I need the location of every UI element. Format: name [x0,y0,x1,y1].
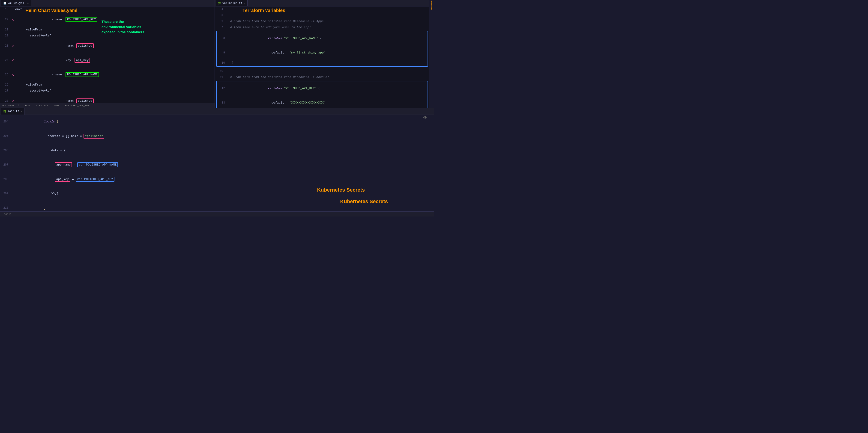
line-content-r9: default = "my_first_shiny_app" [232,46,425,60]
block-app-name: 8 variable "POLISHED_APP_NAME" { 9 [216,31,428,67]
code-line-19: 19 env: [0,6,215,12]
line-num-b209: 209 [0,192,11,196]
bottom-code-content[interactable]: 204 locals { 205 secrets = [{ name = [0,115,434,212]
line-content-20: - name: POLISHED_API_KEY [15,12,212,27]
left-code-content[interactable]: 19 env: 20 - name: POLISHED_API_KEY [0,6,215,103]
code-line-25: 25 - name: POLISHED_APP_NAME [0,68,215,82]
line-num-r13: 13 [217,101,228,105]
line-num-b206: 206 [0,148,11,153]
code-line-r4: 4 [215,6,429,12]
gutter-20 [11,19,15,21]
gutter-dot-28 [12,100,14,102]
code-line-20: 20 - name: POLISHED_API_KEY [0,12,215,27]
tab-variables-tf[interactable]: 🌿 variables.tf ✕ [216,0,248,6]
line-num-r12: 12 [217,86,228,91]
line-content-27: secretKeyRef: [15,89,212,93]
right-code-content[interactable]: 4 5 6 [215,6,429,108]
code-line-b210: 210 } [0,201,434,211]
line-num-b204: 204 [0,120,11,124]
tab-label-variables: variables.tf [222,2,242,5]
tab-values-yaml[interactable]: 📄 values.yaml ✕ [1,0,31,6]
line-content-r13: default = "XXXXXXXXXXXXXXXXXX" [232,96,425,108]
line-num-b210: 210 [0,206,11,210]
code-line-r5: 5 [215,12,429,19]
line-num-b205: 205 [0,134,11,138]
code-line-24: 24 key: api_key [0,53,215,68]
line-content-b210: } [15,201,432,211]
gutter-dot-25 [12,74,14,76]
left-editor-pane: 📄 values.yaml ✕ Helm Chart values.yaml T… [0,0,215,108]
line-num-r10: 10 [217,61,228,65]
tab-close-main[interactable]: ✕ [21,110,22,113]
code-line-b205: 205 secrets = [{ name = "polished" [0,129,434,143]
line-num-19: 19 [0,7,11,11]
bottom-editor: 🌿 main.tf ✕ Kubernetes Secrets 👁 204 [0,108,434,217]
line-num-25: 25 [0,73,11,77]
code-line-26: 26 valueFrom: [0,82,215,88]
line-content-r12: variable "POLISHED_API_KEY" { [232,81,425,96]
line-num-b208: 208 [0,177,11,182]
terraform-icon: 🌿 [218,2,221,5]
tab-close-variables[interactable]: ✕ [244,2,245,5]
right-editor-pane: 🌿 variables.tf ✕ Terraform variables 4 [215,0,429,108]
code-line-23: 23 name: polished [0,39,215,53]
code-line-r11: 11 # Grab this from the polished.tech Da… [215,74,429,80]
line-content-b206: data = { [15,143,432,158]
line-num-b207: 207 [0,163,11,167]
line-num-r11: 11 [215,75,226,79]
line-num-r9: 9 [217,51,228,55]
bottom-status-bar: locals [0,211,434,216]
line-num-24: 24 [0,58,11,63]
line-content-26: valueFrom: [15,82,212,88]
right-editor-body: 4 5 6 [215,6,429,108]
line-content-b205: secrets = [{ name = "polished" [15,129,432,143]
line-num-28: 28 [0,99,11,103]
code-line-22: 22 secretKeyRef: [0,33,215,39]
editor-layout: 📄 values.yaml ✕ Helm Chart values.yaml T… [0,0,434,216]
line-content-r11: # Grab this from the polished.tech Dashb… [230,75,427,80]
line-num-r6: 6 [215,19,226,24]
left-editor-body: 19 env: 20 - name: POLISHED_API_KEY [0,6,215,103]
main-content: 📄 values.yaml ✕ Helm Chart values.yaml T… [0,0,434,216]
line-num-27: 27 [0,89,11,93]
bottom-editor-overlay: Kubernetes Secrets 👁 204 locals { [0,115,434,212]
terraform-icon-bottom: 🌿 [3,110,6,113]
line-num-r7: 7 [215,25,226,30]
line-content-22: secretKeyRef: [15,33,212,38]
line-content-r7: # Then make sure to add your user to the… [230,25,427,30]
line-content-r8: variable "POLISHED_APP_NAME" { [232,31,425,46]
left-editor-overlay: Helm Chart values.yaml These are theenvi… [0,6,215,103]
code-line-r10b: 10 [215,68,429,74]
block-api-key: 12 variable "POLISHED_API_KEY" { 13 [216,81,428,108]
line-content-b207: app_name = var.POLISHED_APP_NAME [15,158,432,172]
line-content-25: - name: POLISHED_APP_NAME [15,68,212,82]
tab-main-tf[interactable]: 🌿 main.tf ✕ [1,108,25,114]
bottom-editor-body: 204 locals { 205 secrets = [{ name = [0,115,434,212]
line-num-26: 26 [0,83,11,87]
line-content-23: name: polished [15,39,212,53]
sidebar-label-database: DATABASE [431,0,433,10]
file-icon: 📄 [3,2,6,5]
gutter-25 [11,74,15,76]
gutter-dot-24 [12,60,14,61]
code-line-r7: 7 # Then make sure to add your user to t… [215,25,429,30]
tab-label-main: main.tf [8,110,19,113]
status-document: Document 1/1 [2,104,21,107]
code-line-21: 21 valueFrom: [0,27,215,33]
bottom-tab-bar: 🌿 main.tf ✕ [0,108,434,115]
line-content-24: key: api_key [15,53,212,68]
tab-close-values[interactable]: ✕ [27,2,29,5]
gutter-23 [11,45,15,47]
status-item: Item 1/2 [36,104,48,107]
right-editor-overlay: Terraform variables 4 [215,6,429,108]
line-num-20: 20 [0,18,11,22]
bottom-status-locals: locals [2,213,11,215]
line-content-r6: # Grab this from the polished.tech Dashb… [230,19,427,24]
status-env: env: [25,104,31,107]
code-line-r8: 8 variable "POLISHED_APP_NAME" { [217,31,428,46]
code-line-b204: 204 locals { [0,115,434,129]
code-line-r13: 13 default = "XXXXXXXXXXXXXXXXXX" [217,96,428,108]
status-bar: Document 1/1 env: Item 1/2 name: POLISHE… [0,103,215,108]
code-line-r6: 6 # Grab this from the polished.tech Das… [215,19,429,25]
code-line-b207: 207 app_name = var.POLISHED_APP_NAME [0,158,434,172]
